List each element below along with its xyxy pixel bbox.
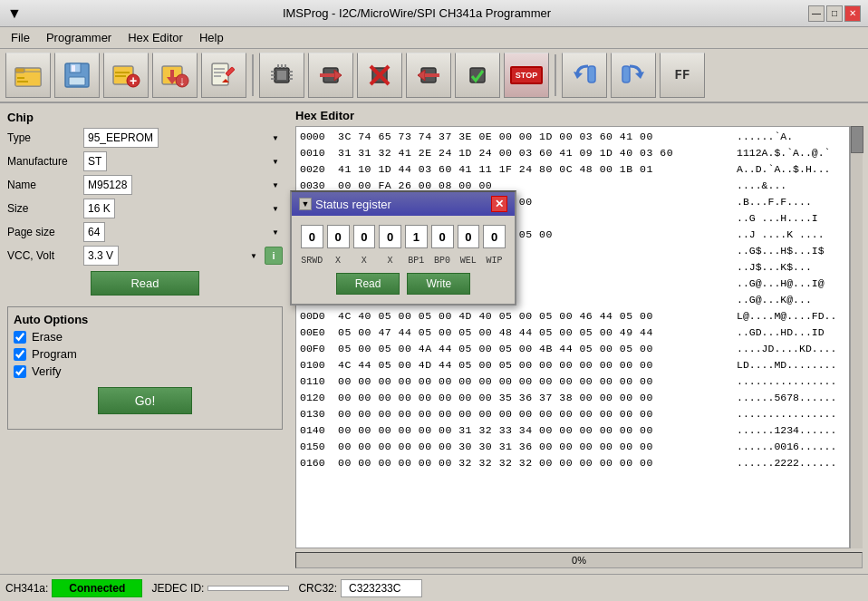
bit-label: BP0 — [431, 256, 454, 266]
hex-bytes: 00 00 00 00 00 00 00 00 00 00 00 00 00 0… — [338, 407, 733, 422]
hex-ascii: L@....M@....FD.. — [737, 309, 845, 324]
hex-ascii: ......2222...... — [737, 456, 845, 470]
svg-rect-16 — [170, 70, 174, 79]
chip-size-select-wrapper: 16 K ▼ — [83, 199, 283, 218]
maximize-button[interactable]: □ — [826, 5, 843, 22]
menu-hex-editor[interactable]: Hex Editor — [121, 29, 190, 46]
svg-rect-38 — [320, 73, 334, 77]
modal-title-left: ▼ Status register — [299, 198, 391, 211]
close-button[interactable]: ✕ — [844, 5, 861, 22]
info-button[interactable]: i — [265, 247, 283, 265]
chip-size-select[interactable]: 16 K — [83, 199, 115, 218]
hex-bytes: 00 00 00 00 00 00 00 00 35 36 37 38 00 0… — [338, 391, 733, 405]
hex-addr: 0100 — [300, 358, 334, 373]
bit-box[interactable]: 0 — [458, 225, 480, 248]
hex-row: 00003C 74 65 73 74 37 3E 0E 00 00 1D 00 … — [298, 129, 847, 145]
scrollbar-thumb[interactable] — [851, 126, 863, 153]
erase-label: Erase — [32, 330, 63, 344]
chip-pagesize-label: Page size — [7, 226, 80, 238]
hex-fill-button[interactable]: FF — [660, 53, 705, 98]
bit-box[interactable]: 1 — [405, 225, 428, 248]
modal-write-button[interactable]: Write — [407, 273, 470, 295]
chip-name-select[interactable]: M95128 — [83, 175, 132, 195]
add-button[interactable]: + — [103, 53, 149, 98]
svg-rect-20 — [214, 68, 225, 70]
redo-button[interactable] — [611, 53, 656, 98]
hex-addr: 0020 — [300, 162, 334, 177]
hex-row: 011000 00 00 00 00 00 00 00 00 00 00 00 … — [298, 373, 847, 390]
status-register-modal: ▼ Status register ✕ 00001000 SRWDXXXBP1B… — [290, 190, 516, 305]
chip-type-select[interactable]: 95_EEPROM — [83, 128, 159, 148]
erase-checkbox[interactable] — [14, 331, 26, 344]
bit-box[interactable]: 0 — [301, 225, 323, 248]
hex-addr: 0010 — [300, 146, 334, 160]
bit-box[interactable]: 0 — [431, 225, 454, 248]
hex-ascii: A..D.`A..$.H... — [737, 162, 845, 177]
modal-close-button[interactable]: ✕ — [491, 196, 507, 212]
hex-ascii: ................ — [737, 407, 845, 422]
chip-pagesize-select[interactable]: 64 — [83, 222, 105, 242]
svg-rect-4 — [17, 81, 28, 82]
hex-ascii: ..G@...H@...I@ — [737, 276, 845, 291]
ch341a-label: CH341a: — [5, 582, 48, 595]
bit-label: WEL — [458, 256, 480, 266]
hex-addr: 00E0 — [300, 325, 334, 340]
bit-box[interactable]: 0 — [327, 225, 350, 248]
chip-name-row: Name M95128 ▼ — [7, 175, 283, 195]
go-button[interactable]: Go! — [98, 387, 193, 414]
auto-options-section: Auto Options Erase Program Verify Go! — [7, 306, 283, 430]
program-label: Program — [32, 347, 77, 361]
modal-collapse-button[interactable]: ▼ — [299, 198, 312, 210]
verify-label: Verify — [32, 364, 62, 378]
write-chip-button[interactable] — [406, 53, 451, 98]
bit-box[interactable]: 0 — [483, 225, 506, 248]
toolbar: + ↓ STOP FF — [0, 49, 868, 103]
chip-size-label: Size — [7, 202, 80, 215]
open-button[interactable] — [5, 53, 51, 98]
hex-bytes: 05 00 47 44 05 00 05 00 48 44 05 00 05 0… — [338, 325, 733, 340]
menu-help[interactable]: Help — [192, 29, 231, 46]
bit-box[interactable]: 0 — [379, 225, 401, 248]
stop-label: STOP — [510, 66, 543, 84]
erase-button[interactable] — [357, 53, 402, 98]
right-panel: Hex Editor 00003C 74 65 73 74 37 3E 0E 0… — [290, 103, 868, 574]
bit-labels: SRWDXXXBP1BP0WELWIP — [301, 256, 506, 266]
chip-section: Chip Type 95_EEPROM ▼ Manufacture ST ▼ — [7, 111, 283, 301]
chip-manufacture-row: Manufacture ST ▼ — [7, 151, 283, 171]
read-chip-button[interactable] — [308, 53, 353, 98]
auto-options-title: Auto Options — [14, 313, 276, 326]
bit-label: SRWD — [301, 256, 323, 266]
edit-button[interactable] — [201, 53, 246, 98]
program-row: Program — [14, 347, 276, 361]
menu-programmer[interactable]: Programmer — [39, 29, 119, 46]
menu-file[interactable]: File — [4, 29, 37, 46]
title-bar: ▼ IMSProg - I2C/MicroWire/SPI CH341a Pro… — [0, 0, 868, 27]
save-button[interactable] — [54, 53, 100, 98]
svg-rect-7 — [72, 65, 75, 72]
hex-editor-content[interactable]: 00003C 74 65 73 74 37 3E 0E 00 00 1D 00 … — [295, 126, 850, 548]
verify-checkbox[interactable] — [14, 365, 26, 378]
verify-button[interactable] — [455, 53, 500, 98]
chip-vcc-select[interactable]: 3.3 V — [83, 246, 119, 266]
read-button[interactable]: Read — [91, 271, 199, 296]
scrollbar-track[interactable] — [850, 126, 863, 548]
undo-button[interactable] — [562, 53, 607, 98]
bit-label: X — [379, 256, 401, 266]
minimize-button[interactable]: — — [808, 5, 825, 22]
chip-type-arrow: ▼ — [272, 134, 279, 142]
menu-bar: File Programmer Hex Editor Help — [0, 27, 868, 49]
chip-icon-button[interactable] — [259, 53, 304, 98]
bit-box[interactable]: 0 — [353, 225, 376, 248]
sys-menu-icon[interactable]: ▼ — [7, 5, 25, 22]
crc32-status: CRC32: C323233C — [298, 579, 422, 597]
stop-button[interactable]: STOP — [504, 53, 549, 98]
hex-ascii: LD....MD........ — [737, 358, 845, 373]
chip-manufacture-select[interactable]: ST — [83, 151, 107, 171]
download-button[interactable]: ↓ — [152, 53, 198, 98]
svg-rect-44 — [425, 73, 439, 77]
program-checkbox[interactable] — [14, 348, 26, 361]
bit-boxes: 00001000 — [301, 225, 506, 248]
hex-ascii: ......0016...... — [737, 440, 845, 454]
modal-read-button[interactable]: Read — [336, 273, 400, 295]
hex-ascii: ................ — [737, 374, 845, 389]
